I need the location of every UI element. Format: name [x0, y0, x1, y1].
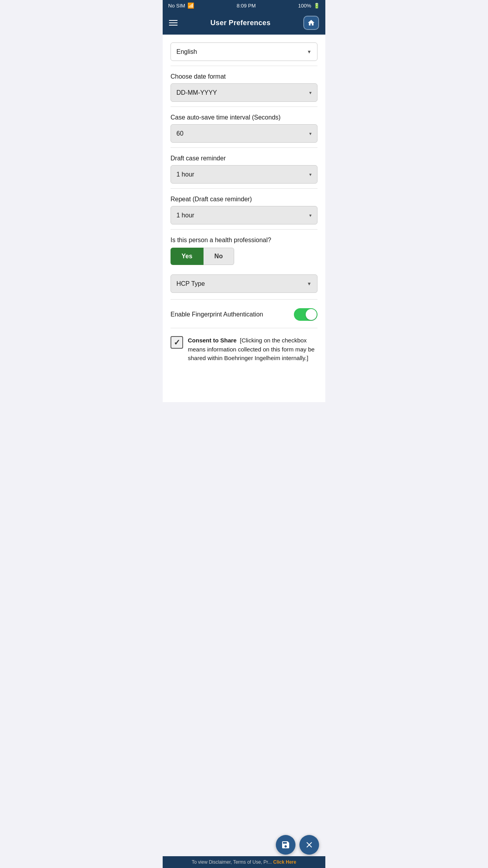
navbar: User Preferences [163, 11, 325, 35]
language-select[interactable]: English French German Spanish [171, 43, 317, 61]
page-title: User Preferences [211, 19, 271, 27]
autosave-select-wrapper: 30 60 90 120 ▾ [171, 124, 317, 143]
repeat-reminder-select-wrapper: 30 minutes 1 hour 2 hours 4 hours ▾ [171, 206, 317, 224]
draft-reminder-select-wrapper: 30 minutes 1 hour 2 hours 4 hours ▾ [171, 165, 317, 184]
repeat-reminder-select[interactable]: 30 minutes 1 hour 2 hours 4 hours [171, 206, 317, 224]
fingerprint-toggle[interactable] [294, 308, 317, 321]
divider-7 [171, 328, 317, 328]
hcp-type-select[interactable]: HCP Type Doctor Nurse Pharmacist [171, 275, 317, 292]
status-left: No SIM 📶 [168, 2, 194, 9]
hamburger-line-1 [169, 20, 178, 21]
yes-no-group: Yes No [171, 248, 317, 265]
fingerprint-label: Enable Fingerprint Authentication [171, 311, 263, 318]
divider-1 [171, 66, 317, 66]
language-section: English French German Spanish ▼ [171, 35, 317, 64]
language-select-wrapper: English French German Spanish ▼ [171, 42, 317, 61]
divider-5 [171, 229, 317, 230]
health-professional-label: Is this person a health professional? [171, 237, 317, 244]
main-content: English French German Spanish ▼ Choose d… [163, 35, 325, 402]
home-button[interactable] [303, 16, 319, 30]
carrier-text: No SIM [168, 3, 185, 9]
autosave-section: Case auto-save time interval (Seconds) 3… [171, 108, 317, 146]
consent-row: ✓ Consent to Share [Clicking on the chec… [171, 336, 317, 363]
status-right: 100% 🔋 [298, 3, 320, 9]
draft-reminder-select[interactable]: 30 minutes 1 hour 2 hours 4 hours [171, 166, 317, 183]
consent-section: ✓ Consent to Share [Clicking on the chec… [171, 330, 317, 371]
time-display: 8:09 PM [237, 3, 255, 9]
health-professional-section: Is this person a health professional? Ye… [171, 231, 317, 268]
divider-3 [171, 147, 317, 148]
consent-text: Consent to Share [Clicking on the checkb… [188, 336, 317, 363]
no-button[interactable]: No [204, 248, 234, 265]
repeat-reminder-section: Repeat (Draft case reminder) 30 minutes … [171, 190, 317, 228]
draft-reminder-section: Draft case reminder 30 minutes 1 hour 2 … [171, 149, 317, 187]
consent-checkbox[interactable]: ✓ [171, 336, 183, 349]
date-format-select-wrapper: DD-MM-YYYY MM-DD-YYYY YYYY-MM-DD ▾ [171, 83, 317, 102]
wifi-icon: 📶 [187, 2, 194, 9]
date-format-label: Choose date format [171, 73, 317, 80]
consent-title: Consent to Share [188, 337, 237, 344]
date-format-select[interactable]: DD-MM-YYYY MM-DD-YYYY YYYY-MM-DD [171, 84, 317, 101]
home-icon [307, 19, 315, 27]
autosave-select[interactable]: 30 60 90 120 [171, 125, 317, 142]
hcp-type-section: HCP Type Doctor Nurse Pharmacist ▼ [171, 274, 317, 293]
date-format-section: Choose date format DD-MM-YYYY MM-DD-YYYY… [171, 68, 317, 105]
divider-2 [171, 107, 317, 107]
checkmark-icon: ✓ [174, 338, 180, 347]
fingerprint-toggle-row: Enable Fingerprint Authentication [171, 301, 317, 326]
draft-reminder-label: Draft case reminder [171, 155, 317, 162]
toggle-knob [306, 309, 317, 320]
hamburger-line-3 [169, 25, 178, 26]
autosave-label: Case auto-save time interval (Seconds) [171, 114, 317, 121]
battery-icon: 🔋 [314, 3, 320, 9]
divider-6 [171, 299, 317, 300]
hcp-type-select-wrapper: HCP Type Doctor Nurse Pharmacist ▼ [171, 274, 317, 293]
status-bar: No SIM 📶 8:09 PM 100% 🔋 [163, 0, 325, 11]
hamburger-menu-button[interactable] [169, 20, 178, 26]
yes-button[interactable]: Yes [171, 248, 204, 265]
hamburger-line-2 [169, 22, 178, 23]
repeat-reminder-label: Repeat (Draft case reminder) [171, 196, 317, 203]
divider-4 [171, 188, 317, 189]
battery-percent: 100% [298, 3, 311, 9]
